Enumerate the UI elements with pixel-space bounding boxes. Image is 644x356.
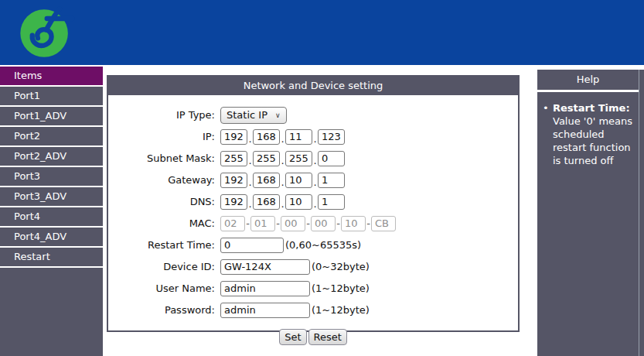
- dns-octet-1-input[interactable]: [220, 194, 247, 210]
- ip-label: IP:: [108, 131, 220, 142]
- dns-separator: .: [247, 198, 253, 210]
- subnet-mask-octet-2-input[interactable]: [253, 151, 280, 166]
- dns-controls: ...: [220, 194, 345, 210]
- ip-type-controls: Static IP∨: [220, 107, 287, 124]
- device-id-input[interactable]: [220, 259, 310, 275]
- sidebar-item-restart[interactable]: Restart: [0, 248, 103, 268]
- subnet-mask-separator: .: [280, 155, 285, 166]
- gateway-label: Gateway:: [108, 174, 220, 186]
- brand-logo-icon: [9, 4, 80, 63]
- help-scrollbar[interactable]: [639, 70, 644, 356]
- set-button[interactable]: Set: [279, 329, 306, 345]
- gateway-octet-4-input[interactable]: [318, 173, 345, 188]
- mac-separator: -: [366, 217, 371, 229]
- user-name-controls: (1~12byte): [220, 281, 370, 296]
- help-panel: Help •Restart Time:Value '0' means sched…: [537, 70, 644, 356]
- mac-octet-1-input: [220, 216, 245, 231]
- ip-type-label: IP Type:: [108, 109, 220, 121]
- ip-separator: .: [312, 133, 318, 145]
- device-id-controls: (0~32byte): [220, 259, 370, 275]
- help-item-term: Restart Time:: [553, 101, 637, 115]
- gateway-octet-2-input[interactable]: [253, 173, 280, 188]
- gateway-separator: .: [312, 176, 318, 188]
- field-row-device-id: Device ID:(0~32byte): [108, 258, 512, 275]
- device-id-hint: (0~32byte): [312, 261, 370, 272]
- password-hint: (1~12byte): [312, 304, 370, 316]
- subnet-mask-octet-1-input[interactable]: [220, 151, 247, 166]
- dns-octet-2-input[interactable]: [253, 194, 280, 210]
- help-item: •Restart Time:Value '0' means scheduled …: [543, 101, 637, 167]
- help-body: •Restart Time:Value '0' means scheduled …: [537, 92, 639, 356]
- password-label: Password:: [108, 304, 220, 316]
- dns-octet-4-input[interactable]: [318, 194, 345, 210]
- ip-type-selected-value: Static IP: [227, 109, 267, 121]
- sidebar-item-port4-adv[interactable]: Port4_ADV: [0, 228, 103, 248]
- restart-time-hint: (0,60~65535s): [285, 239, 361, 251]
- ip-octet-2-input[interactable]: [253, 129, 280, 145]
- field-row-restart-time: Restart Time:(0,60~65535s): [108, 237, 512, 253]
- ip-separator: .: [280, 133, 285, 145]
- ip-type-select[interactable]: Static IP∨: [220, 107, 287, 124]
- dns-label: DNS:: [108, 196, 220, 207]
- restart-time-label: Restart Time:: [108, 239, 220, 251]
- password-input[interactable]: [220, 303, 310, 318]
- dns-separator: .: [280, 198, 285, 210]
- sidebar: ItemsPort1Port1_ADVPort2Port2_ADVPort3Po…: [0, 67, 103, 356]
- subnet-mask-separator: .: [312, 155, 318, 166]
- mac-octet-4-input: [311, 216, 336, 231]
- gateway-octet-1-input[interactable]: [220, 173, 247, 188]
- sidebar-item-port1-adv[interactable]: Port1_ADV: [0, 107, 103, 127]
- mac-octet-2-input: [250, 216, 275, 231]
- ip-separator: .: [247, 133, 253, 145]
- user-name-input[interactable]: [220, 281, 310, 296]
- sidebar-item-port4[interactable]: Port4: [0, 207, 103, 228]
- ip-controls: ...: [220, 129, 345, 145]
- gateway-controls: ...: [220, 173, 345, 188]
- mac-octet-5-input: [341, 216, 366, 231]
- sidebar-item-port3[interactable]: Port3: [0, 167, 103, 187]
- settings-panel: Network and Device setting IP Type:Stati…: [107, 75, 520, 332]
- subnet-mask-controls: ...: [220, 151, 345, 166]
- field-row-user-name: User Name:(1~12byte): [108, 280, 512, 296]
- ip-octet-1-input[interactable]: [220, 129, 247, 145]
- sidebar-item-port2-adv[interactable]: Port2_ADV: [0, 147, 103, 167]
- chevron-down-icon: ∨: [275, 111, 281, 119]
- sidebar-item-port3-adv[interactable]: Port3_ADV: [0, 187, 103, 207]
- ip-octet-4-input[interactable]: [318, 129, 345, 145]
- mac-controls: -----: [220, 216, 396, 231]
- field-row-dns: DNS:...: [108, 193, 512, 210]
- restart-time-input[interactable]: [220, 238, 284, 253]
- password-controls: (1~12byte): [220, 303, 370, 318]
- button-row: SetReset: [107, 329, 520, 345]
- field-row-mac: MAC:-----: [108, 215, 512, 231]
- sidebar-item-port1[interactable]: Port1: [0, 87, 103, 107]
- help-item-text: Restart Time:Value '0' means scheduled r…: [553, 101, 637, 167]
- panel-title: Network and Device setting: [108, 77, 518, 95]
- subnet-mask-octet-3-input[interactable]: [285, 151, 312, 166]
- device-id-label: Device ID:: [108, 261, 220, 272]
- field-row-ip: IP:...: [108, 128, 512, 145]
- mac-separator: -: [305, 217, 311, 229]
- ip-octet-3-input[interactable]: [285, 129, 312, 145]
- user-name-hint: (1~12byte): [312, 282, 370, 294]
- mac-separator: -: [336, 217, 341, 229]
- bullet-icon: •: [543, 101, 553, 167]
- restart-time-controls: (0,60~65535s): [220, 238, 361, 253]
- mac-separator: -: [275, 217, 281, 229]
- reset-button[interactable]: Reset: [308, 329, 347, 345]
- sidebar-item-items[interactable]: Items: [0, 67, 103, 87]
- mac-octet-6-input: [371, 216, 396, 231]
- help-title: Help: [537, 70, 639, 90]
- gateway-octet-3-input[interactable]: [285, 173, 312, 188]
- subnet-mask-separator: .: [247, 155, 253, 166]
- gateway-separator: .: [280, 176, 285, 188]
- mac-octet-3-input: [281, 216, 305, 231]
- subnet-mask-label: Subnet Mask:: [108, 152, 220, 164]
- sidebar-item-port2[interactable]: Port2: [0, 127, 103, 147]
- gateway-separator: .: [247, 176, 253, 188]
- field-row-ip-type: IP Type:Static IP∨: [108, 107, 512, 123]
- dns-octet-3-input[interactable]: [285, 194, 312, 210]
- subnet-mask-octet-4-input[interactable]: [318, 151, 345, 166]
- field-row-password: Password:(1~12byte): [108, 302, 512, 318]
- mac-separator: -: [245, 217, 250, 229]
